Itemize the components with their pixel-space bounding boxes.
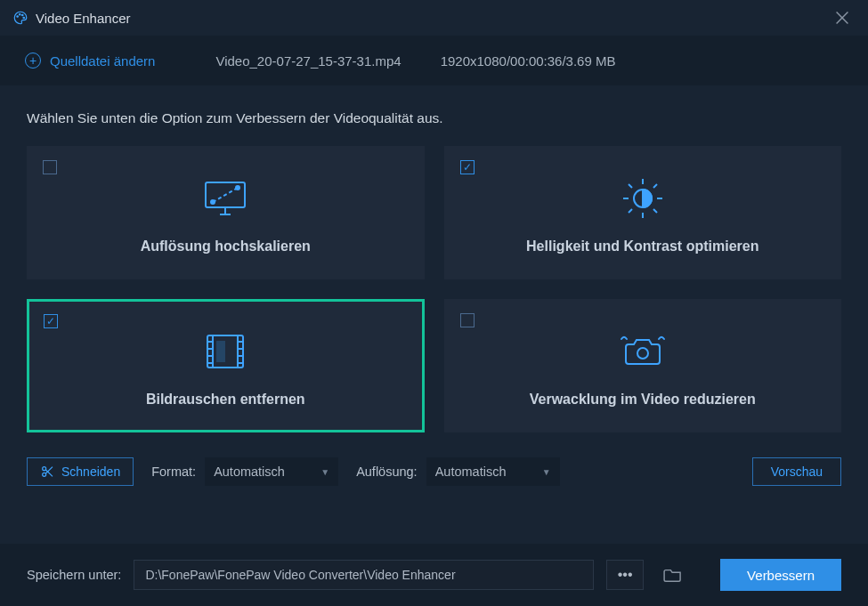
main-panel: Wählen Sie unten die Option zum Verbesse… bbox=[0, 85, 868, 544]
card-denoise[interactable]: Bildrauschen entfernen bbox=[27, 299, 425, 432]
checkbox-upscale[interactable] bbox=[43, 160, 57, 174]
caret-down-icon: ▼ bbox=[542, 467, 551, 477]
format-group: Format: Automatisch ▼ bbox=[151, 457, 338, 486]
close-button[interactable] bbox=[829, 4, 856, 31]
app-title: Video Enhancer bbox=[36, 11, 829, 26]
card-denoise-label: Bildrauschen entfernen bbox=[146, 392, 305, 408]
card-deshake-label: Verwacklung im Video reduzieren bbox=[530, 392, 756, 408]
change-source-label: Quelldatei ändern bbox=[50, 53, 155, 69]
camera-shake-icon bbox=[616, 324, 669, 379]
change-source-button[interactable]: + Quelldatei ändern bbox=[25, 53, 155, 69]
source-metadata: 1920x1080/00:00:36/3.69 MB bbox=[441, 53, 616, 69]
svg-rect-9 bbox=[216, 341, 225, 362]
checkbox-deshake[interactable] bbox=[460, 313, 475, 327]
preview-button-label: Vorschau bbox=[771, 465, 823, 479]
svg-point-0 bbox=[17, 16, 19, 18]
app-palette-icon bbox=[12, 10, 28, 26]
browse-button[interactable]: ••• bbox=[606, 560, 644, 590]
prompt-text: Wählen Sie unten die Option zum Verbesse… bbox=[27, 110, 841, 126]
resolution-select-value: Automatisch bbox=[435, 465, 507, 479]
preview-button[interactable]: Vorschau bbox=[752, 457, 841, 486]
save-under-label: Speichern unter: bbox=[27, 568, 121, 582]
card-upscale-label: Auflösung hochskalieren bbox=[141, 238, 311, 255]
card-upscale[interactable]: Auflösung hochskalieren bbox=[27, 146, 425, 279]
monitor-upscale-icon bbox=[200, 171, 250, 226]
svg-point-5 bbox=[211, 200, 215, 204]
resolution-select[interactable]: Automatisch ▼ bbox=[426, 457, 560, 486]
cut-button[interactable]: Schneiden bbox=[27, 457, 134, 486]
enhance-button[interactable]: Verbessern bbox=[720, 559, 841, 591]
enhance-button-label: Verbessern bbox=[747, 568, 815, 583]
controls-row: Schneiden Format: Automatisch ▼ Auflösun… bbox=[27, 457, 841, 505]
checkbox-brightness[interactable] bbox=[460, 160, 475, 174]
resolution-label: Auflösung: bbox=[356, 465, 418, 479]
svg-point-1 bbox=[20, 14, 21, 16]
svg-point-2 bbox=[22, 14, 24, 16]
source-bar: + Quelldatei ändern Video_20-07-27_15-37… bbox=[0, 36, 868, 85]
titlebar: Video Enhancer bbox=[0, 0, 868, 36]
card-brightness[interactable]: Helligkeit und Kontrast optimieren bbox=[444, 146, 842, 279]
source-filename: Video_20-07-27_15-37-31.mp4 bbox=[215, 53, 401, 69]
caret-down-icon: ▼ bbox=[320, 467, 329, 477]
footer: Speichern unter: ••• Verbessern bbox=[0, 544, 868, 606]
format-label: Format: bbox=[151, 465, 196, 479]
scissors-icon bbox=[40, 465, 54, 479]
brightness-icon bbox=[618, 171, 668, 226]
folder-icon bbox=[663, 567, 683, 583]
option-grid: Auflösung hochskalieren Helligkeit und K… bbox=[27, 146, 841, 432]
format-select[interactable]: Automatisch ▼ bbox=[205, 457, 338, 486]
film-denoise-icon bbox=[200, 324, 250, 379]
format-select-value: Automatisch bbox=[214, 465, 285, 479]
save-path-input[interactable] bbox=[134, 560, 594, 590]
svg-point-3 bbox=[23, 17, 25, 19]
resolution-group: Auflösung: Automatisch ▼ bbox=[356, 457, 560, 486]
svg-point-10 bbox=[637, 348, 648, 359]
svg-point-6 bbox=[236, 186, 239, 190]
card-brightness-label: Helligkeit und Kontrast optimieren bbox=[526, 238, 758, 255]
card-deshake[interactable]: Verwacklung im Video reduzieren bbox=[444, 299, 842, 432]
checkbox-denoise[interactable] bbox=[44, 314, 58, 328]
ellipsis-icon: ••• bbox=[618, 567, 633, 583]
plus-circle-icon: + bbox=[25, 53, 41, 69]
open-folder-button[interactable] bbox=[656, 560, 690, 590]
cut-button-label: Schneiden bbox=[61, 465, 120, 479]
